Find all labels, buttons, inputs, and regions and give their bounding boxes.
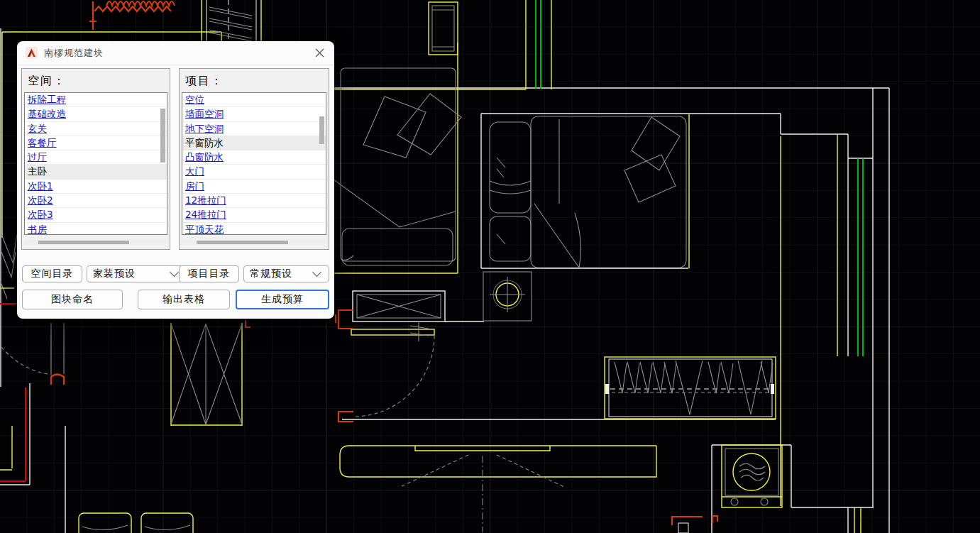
application-window: 南樛规范建块 空间： 拆除工程基础改造玄关客餐厅过厅主卧次卧1次卧2次卧3书房茶… <box>0 0 980 533</box>
project-list-item[interactable]: 大门 <box>182 165 326 179</box>
space-list-item[interactable]: 次卧2 <box>25 194 167 208</box>
space-list-item[interactable]: 玄关 <box>25 122 167 136</box>
dialog-titlebar[interactable]: 南樛规范建块 <box>17 41 334 65</box>
project-list-vscroll-thumb[interactable] <box>319 116 324 144</box>
project-list[interactable]: 空位墙面空洞地下空洞平窗防水凸窗防水大门房门12推拉门24推拉门平顶天花防潮平顶 <box>182 92 326 235</box>
chevron-down-icon <box>170 268 179 277</box>
block-naming-button[interactable]: 图块命名 <box>22 290 123 309</box>
dialog-title: 南樛规范建块 <box>44 47 313 60</box>
project-list-item[interactable]: 空位 <box>182 93 326 107</box>
export-table-button[interactable]: 输出表格 <box>138 290 230 309</box>
project-list-item[interactable]: 12推拉门 <box>182 194 326 208</box>
space-preset-value: 家装预设 <box>93 268 171 280</box>
close-icon[interactable] <box>313 47 326 60</box>
project-panel-label: 项目： <box>180 69 329 92</box>
space-list-item[interactable]: 书房 <box>25 223 167 235</box>
space-list-item[interactable]: 客餐厅 <box>25 136 167 150</box>
project-panel: 项目： 空位墙面空洞地下空洞平窗防水凸窗防水大门房门12推拉门24推拉门平顶天花… <box>179 68 329 250</box>
project-list-hscroll-thumb[interactable] <box>197 241 288 244</box>
space-list-hscroll[interactable] <box>24 240 167 246</box>
project-list-item[interactable]: 平顶天花 <box>182 223 326 235</box>
autocad-logo-icon <box>26 47 38 59</box>
project-list-item[interactable]: 墙面空洞 <box>182 107 326 121</box>
space-list-item[interactable]: 过厅 <box>25 150 167 165</box>
space-list[interactable]: 拆除工程基础改造玄关客餐厅过厅主卧次卧1次卧2次卧3书房茶室 <box>24 92 167 235</box>
project-list-item[interactable]: 24推拉门 <box>182 208 326 222</box>
generate-budget-button[interactable]: 生成预算 <box>236 290 329 309</box>
project-list-item[interactable]: 平窗防水 <box>182 136 326 150</box>
project-catalog-button[interactable]: 项目目录 <box>179 265 239 282</box>
chevron-down-icon <box>312 268 321 277</box>
space-catalog-button[interactable]: 空间目录 <box>22 265 82 282</box>
project-preset-select[interactable]: 常规预设 <box>243 265 329 282</box>
space-list-item[interactable]: 主卧 <box>25 165 167 179</box>
block-standard-dialog: 南樛规范建块 空间： 拆除工程基础改造玄关客餐厅过厅主卧次卧1次卧2次卧3书房茶… <box>17 41 334 319</box>
project-list-item[interactable]: 房门 <box>182 180 326 194</box>
project-list-item[interactable]: 地下空洞 <box>182 122 326 136</box>
space-list-item[interactable]: 次卧3 <box>25 208 167 222</box>
space-list-item[interactable]: 次卧1 <box>25 180 167 194</box>
space-list-item[interactable]: 拆除工程 <box>25 93 167 107</box>
space-preset-select[interactable]: 家装预设 <box>87 265 187 282</box>
space-list-hscroll-thumb[interactable] <box>38 241 129 244</box>
space-panel-label: 空间： <box>22 69 170 92</box>
project-preset-value: 常规预设 <box>250 268 314 280</box>
space-list-item[interactable]: 基础改造 <box>25 107 167 121</box>
space-list-vscroll-thumb[interactable] <box>160 109 165 163</box>
space-panel: 空间： 拆除工程基础改造玄关客餐厅过厅主卧次卧1次卧2次卧3书房茶室 <box>21 68 170 250</box>
project-list-hscroll[interactable] <box>182 240 326 246</box>
project-list-item[interactable]: 凸窗防水 <box>182 150 326 165</box>
